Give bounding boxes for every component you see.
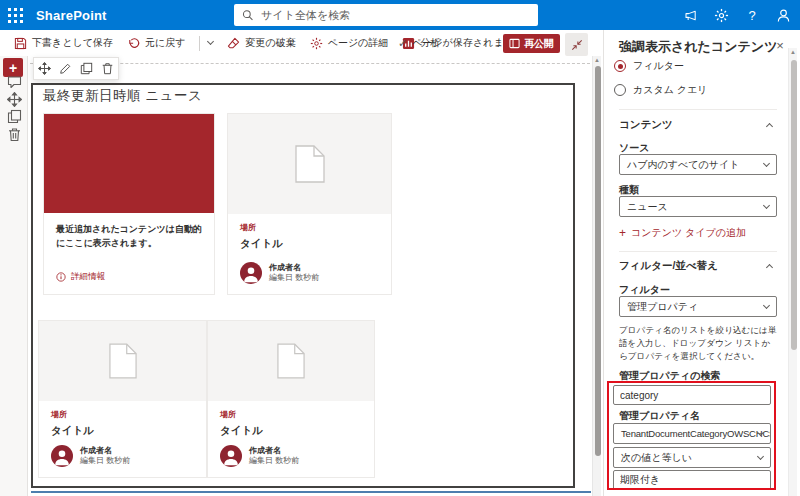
discard-changes-button[interactable]: 変更の破棄 <box>227 36 295 50</box>
filter-type-value: 管理プロパティ <box>627 300 698 314</box>
command-bar: 下書きとして保存 元に戻す 変更の破棄 <box>0 30 603 56</box>
undo-menu-chevron-icon[interactable] <box>207 38 214 45</box>
panel-divider <box>619 251 777 252</box>
delete-webpart-icon[interactable] <box>101 62 114 75</box>
filter-helper-text: プロパティ名のリストを絞り込むには単語を入力し、ドロップダウン リストからプロパ… <box>619 324 778 363</box>
source-dropdown[interactable]: ハブ内のすべてのサイト <box>619 154 777 175</box>
avatar <box>240 262 262 284</box>
help-icon: ? <box>748 8 755 23</box>
page-details-button[interactable]: ページの詳細 <box>310 36 389 50</box>
managed-property-value: TenantDocumentCategoryOWSCHCS <box>621 428 771 439</box>
add-content-type-label: コンテンツ タイプの追加 <box>631 226 746 240</box>
panel-scrollbar-thumb[interactable] <box>791 60 797 350</box>
megaphone-icon <box>683 8 698 23</box>
news-card[interactable]: 場所 タイトル 作成者名 編集日 数秒前 <box>38 320 207 478</box>
command-bar-left: 下書きとして保存 元に戻す 変更の破棄 <box>14 30 440 56</box>
managed-property-search-input[interactable] <box>613 385 771 405</box>
save-draft-button[interactable]: 下書きとして保存 <box>14 36 113 50</box>
card-thumbnail-placeholder <box>208 321 374 401</box>
help-button[interactable]: ? <box>741 4 763 26</box>
card-author: 作成者名 <box>249 446 299 456</box>
managed-property-dropdown[interactable]: TenantDocumentCategoryOWSCHCS <box>613 423 771 444</box>
card-location: 場所 <box>228 214 391 233</box>
avatar-person-icon <box>51 445 73 467</box>
card-title: タイトル <box>39 420 206 438</box>
type-label: 種類 <box>619 183 639 197</box>
learn-more-link[interactable]: 詳細情報 <box>56 271 105 283</box>
avatar <box>220 445 242 467</box>
news-card[interactable]: 場所 タイトル 作成者名 編集日 数秒前 <box>227 113 392 295</box>
card-title: タイトル <box>228 233 391 251</box>
panel-scrollbar[interactable]: ▲ <box>788 48 797 496</box>
chevron-up-icon[interactable] <box>766 123 773 130</box>
page-details-label: ページの詳細 <box>328 36 389 50</box>
panel-divider <box>619 109 777 110</box>
section-bottom-line <box>31 491 591 493</box>
duplicate-icon[interactable] <box>7 109 22 124</box>
filter-sort-section-header[interactable]: フィルター/並べ替え <box>619 259 718 273</box>
card-edited: 編集日 数秒前 <box>80 456 130 466</box>
radio-filter[interactable]: フィルター <box>614 59 684 73</box>
edit-webpart-icon[interactable] <box>59 62 72 75</box>
type-dropdown[interactable]: ニュース <box>619 196 777 217</box>
canvas-scrollbar[interactable]: ▲ <box>592 56 601 496</box>
canvas-scrollbar-thumb[interactable] <box>595 66 601 456</box>
close-icon: × <box>776 38 784 53</box>
move-webpart-icon[interactable] <box>38 62 51 75</box>
webpart-title: 最終更新日時順 ニュース <box>43 87 202 105</box>
republish-button[interactable]: 再公開 <box>503 34 560 53</box>
republish-label: 再公開 <box>524 37 554 51</box>
suite-bar: SharePoint <box>0 0 800 30</box>
undo-icon <box>127 37 140 50</box>
republish-icon <box>509 38 520 49</box>
type-value: ニュース <box>627 200 668 214</box>
card-edited: 編集日 数秒前 <box>269 273 319 283</box>
source-value: ハブ内のすべてのサイト <box>627 158 739 172</box>
card-thumbnail-placeholder <box>39 321 206 401</box>
undo-button[interactable]: 元に戻す <box>127 36 185 50</box>
person-icon <box>776 8 791 23</box>
scroll-up-icon[interactable]: ▲ <box>790 49 796 55</box>
account-button[interactable] <box>772 4 794 26</box>
discard-label: 変更の破棄 <box>245 36 295 50</box>
page-details-gear-icon <box>310 37 323 50</box>
comment-icon[interactable] <box>7 75 22 90</box>
chevron-up-icon[interactable] <box>766 264 773 271</box>
move-icon[interactable] <box>7 92 22 107</box>
webpart-property-panel: 強調表示されたコンテンツ × フィルター カスタム クエリ コンテンツ ソース … <box>603 30 800 496</box>
card-image-placeholder <box>44 114 214 213</box>
search-input[interactable] <box>259 8 530 22</box>
check-icon: ✓ <box>398 37 407 50</box>
chevron-down-icon <box>763 301 770 308</box>
learn-more-label: 詳細情報 <box>71 271 105 283</box>
radio-filter-label: フィルター <box>633 59 684 73</box>
search-box[interactable] <box>234 4 538 26</box>
radio-unselected-icon <box>614 84 626 96</box>
scroll-up-icon[interactable]: ▲ <box>594 57 600 63</box>
avatar-person-icon <box>220 445 242 467</box>
filter-type-dropdown[interactable]: 管理プロパティ <box>619 296 777 317</box>
chevron-down-icon <box>757 452 764 459</box>
plus-icon: + <box>9 60 17 76</box>
settings-button[interactable] <box>710 4 732 26</box>
placeholder-message: 最近追加されたコンテンツは自動的にここに表示されます。 <box>44 213 214 251</box>
card-author-row: 作成者名 編集日 数秒前 <box>39 445 142 467</box>
content-section-header[interactable]: コンテンツ <box>619 118 673 132</box>
filter-value-input[interactable] <box>613 470 771 490</box>
add-content-type-link[interactable]: + コンテンツ タイプの追加 <box>619 226 746 240</box>
close-panel-button[interactable]: × <box>772 37 788 53</box>
chevron-down-icon <box>763 159 770 166</box>
duplicate-webpart-icon[interactable] <box>80 62 93 75</box>
news-card[interactable]: 場所 タイトル 作成者名 編集日 数秒前 <box>207 320 375 478</box>
collapse-command-bar-button[interactable] <box>565 33 588 56</box>
app-launcher-button[interactable] <box>0 0 30 30</box>
card-edited: 編集日 数秒前 <box>249 456 299 466</box>
announcements-button[interactable] <box>679 4 701 26</box>
card-author: 作成者名 <box>269 263 319 273</box>
news-placeholder-card[interactable]: 最近追加されたコンテンツは自動的にここに表示されます。 詳細情報 <box>43 113 215 295</box>
delete-icon[interactable] <box>7 127 22 142</box>
gear-icon <box>714 8 729 23</box>
radio-custom-query[interactable]: カスタム クエリ <box>614 83 707 97</box>
managed-property-search-label: 管理プロパティの検索 <box>619 369 720 383</box>
operator-dropdown[interactable]: 次の値と等しい <box>613 447 771 468</box>
